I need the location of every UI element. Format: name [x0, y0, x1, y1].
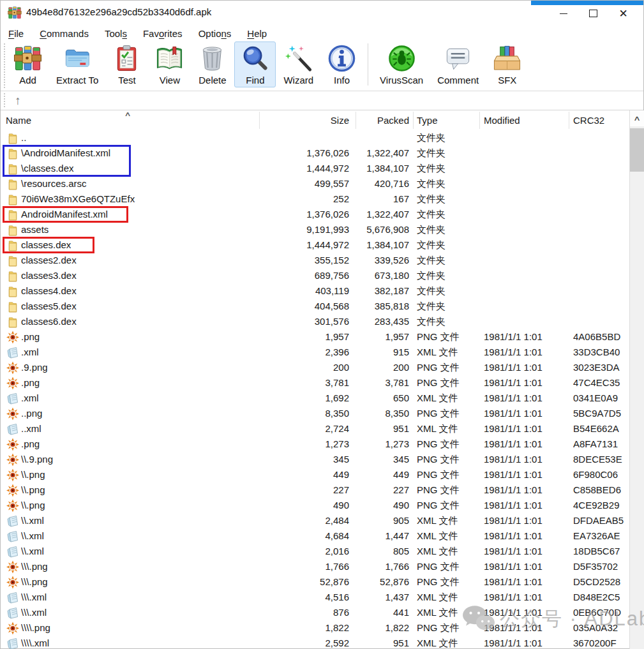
file-name-cell: \\.9.png — [21, 454, 53, 465]
column-header-modified[interactable]: Modified — [484, 115, 567, 126]
table-row[interactable]: .png3,7813,781PNG 文件1981/1/1 1:0147C4EC3… — [1, 375, 629, 391]
size-cell: 355,152 — [264, 255, 349, 265]
type-cell: PNG 文件 — [417, 622, 477, 634]
window-controls: ✕ — [548, 4, 638, 22]
crc32-cell: 0341E0A9 — [573, 392, 627, 403]
packed-cell: 490 — [356, 500, 409, 511]
minimize-button[interactable] — [548, 4, 578, 22]
up-directory-button[interactable]: ↑ — [8, 93, 27, 108]
vertical-scrollbar[interactable]: ∧ — [629, 110, 644, 649]
table-row[interactable]: \\.png227227PNG 文件1981/1/1 1:01C858BED6 — [1, 482, 629, 498]
toolbar-info-button[interactable]: Info — [321, 41, 363, 87]
column-header-type[interactable]: Type — [417, 115, 477, 126]
toolbar-virusscan-button[interactable]: VirusScan — [373, 41, 430, 87]
column-header-crc32[interactable]: CRC32 — [573, 115, 627, 126]
toolbar-test-button[interactable]: Test — [106, 41, 147, 87]
table-row[interactable]: \\\.xml4,5161,437XML 文件1981/1/1 1:01D848… — [1, 590, 629, 605]
image-file-icon — [6, 560, 19, 574]
size-cell: 403,119 — [264, 285, 349, 296]
table-row[interactable]: \AndroidManifest.xml1,376,0261,322,407文件… — [1, 145, 629, 161]
table-row[interactable]: \\\\.xml2,592951XML 文件1981/1/1 1:0136702… — [1, 636, 629, 649]
toolbar-extract-to-button[interactable]: Extract To — [50, 41, 105, 87]
crc32-cell: 47C4EC35 — [573, 377, 627, 388]
type-cell: XML 文件 — [417, 530, 477, 542]
file-name-cell: .9.png — [21, 362, 48, 373]
image-file-icon — [6, 622, 19, 635]
table-row[interactable]: ..文件夹 — [1, 130, 629, 145]
file-name-cell: .xml — [21, 347, 39, 357]
table-row[interactable]: \\.xml2,016805XML 文件1981/1/1 1:0118DB5C6… — [1, 544, 629, 559]
menu-tools[interactable]: Tools — [98, 27, 133, 40]
menu-bar: FileCommandsToolsFavoritesOptionsHelp — [2, 25, 276, 41]
toolbar-wizard-button[interactable]: Wizard — [277, 41, 320, 87]
scrollbar-thumb[interactable] — [630, 128, 644, 172]
table-row[interactable]: \\.png490490PNG 文件1981/1/1 1:014CE92B29 — [1, 498, 629, 513]
table-row[interactable]: classes3.dex689,756673,180文件夹 — [1, 268, 629, 283]
menu-options[interactable]: Options — [192, 27, 238, 40]
toolbar-find-button[interactable]: Find — [234, 41, 276, 87]
toolbar-add-button[interactable]: Add — [7, 41, 49, 87]
menu-favorites[interactable]: Favorites — [137, 27, 189, 40]
size-cell: 9,191,993 — [264, 224, 349, 235]
table-row[interactable]: \\\.png52,87652,876PNG 文件1981/1/1 1:01D5… — [1, 574, 629, 590]
column-divider[interactable] — [479, 112, 480, 129]
table-row[interactable]: \\\.xml876441XML 文件1981/1/1 1:010EB6C70D — [1, 605, 629, 620]
close-button[interactable]: ✕ — [608, 4, 638, 22]
table-row[interactable]: ..xml2,724951XML 文件1981/1/1 1:01B54E662A — [1, 421, 629, 436]
column-divider[interactable] — [356, 112, 356, 129]
table-row[interactable]: assets9,191,9935,676,908文件夹 — [1, 222, 629, 237]
modified-cell: 1981/1/1 1:01 — [484, 392, 567, 403]
menu-commands[interactable]: Commands — [33, 27, 95, 40]
table-row[interactable]: classes.dex1,444,9721,384,107文件夹 — [1, 237, 629, 253]
table-row[interactable]: .png1,9571,957PNG 文件1981/1/1 1:014A06B5B… — [1, 329, 629, 345]
menu-file[interactable]: File — [2, 27, 30, 40]
scrollbar-up-button[interactable]: ∧ — [630, 110, 644, 126]
table-row[interactable]: \\.9.png345345PNG 文件1981/1/1 1:018DECE53… — [1, 452, 629, 467]
table-row[interactable]: classes4.dex403,119382,187文件夹 — [1, 283, 629, 299]
table-row[interactable]: ..png8,3508,350PNG 文件1981/1/1 1:015BC9A7… — [1, 406, 629, 421]
menu-help[interactable]: Help — [241, 27, 273, 40]
table-row[interactable]: \\.xml2,484905XML 文件1981/1/1 1:01DFDAEAB… — [1, 513, 629, 528]
toolbar-view-button[interactable]: View — [149, 41, 190, 87]
file-name-cell: \resources.arsc — [21, 178, 87, 189]
table-row[interactable]: .png1,2731,273PNG 文件1981/1/1 1:01A8FA713… — [1, 436, 629, 452]
table-row[interactable]: \\\.png1,7661,766PNG 文件1981/1/1 1:01D5F3… — [1, 559, 629, 574]
table-row[interactable]: \classes.dex1,444,9721,384,107文件夹 — [1, 161, 629, 176]
table-row[interactable]: \\.png449449PNG 文件1981/1/1 1:016F980C06 — [1, 467, 629, 482]
column-divider[interactable] — [259, 112, 260, 129]
type-cell: 文件夹 — [417, 193, 477, 205]
column-divider[interactable] — [569, 112, 569, 129]
column-header-packed[interactable]: Packed — [356, 115, 426, 126]
table-row[interactable]: \resources.arsc499,557420,716文件夹 — [1, 176, 629, 191]
folder-icon — [6, 269, 19, 283]
maximize-button[interactable] — [578, 4, 608, 22]
table-row[interactable]: classes2.dex355,152339,526文件夹 — [1, 253, 629, 268]
winrar-app-icon — [8, 6, 22, 20]
table-row[interactable]: classes5.dex404,568385,818文件夹 — [1, 299, 629, 314]
file-name-cell: classes5.dex — [21, 301, 77, 311]
archive-add-icon — [13, 44, 42, 73]
table-row[interactable]: .xml1,692650XML 文件1981/1/1 1:010341E0A9 — [1, 391, 629, 406]
table-row[interactable]: AndroidManifest.xml1,376,0261,322,407文件夹 — [1, 207, 629, 222]
toolbar-gripper[interactable] — [4, 43, 5, 88]
sort-ascending-icon[interactable]: ∧ — [124, 110, 131, 118]
toolbar-comment-button[interactable]: Comment — [431, 41, 485, 87]
toolbar-sfx-button[interactable]: SFX — [486, 41, 528, 87]
crc32-cell: DFDAEAB5 — [573, 515, 627, 526]
column-header-name[interactable]: Name — [6, 115, 31, 126]
size-cell: 1,444,972 — [264, 163, 349, 174]
table-row[interactable]: \\.xml4,6841,447XML 文件1981/1/1 1:01EA732… — [1, 528, 629, 544]
column-divider[interactable] — [413, 112, 414, 129]
table-row[interactable]: .9.png200200PNG 文件1981/1/1 1:013023E3DA — [1, 360, 629, 375]
table-row[interactable]: 70i6We38mXGe6QTZuEfx252167文件夹 — [1, 191, 629, 207]
type-cell: PNG 文件 — [417, 331, 477, 343]
column-header-size[interactable]: Size — [264, 115, 364, 126]
type-cell: PNG 文件 — [417, 484, 477, 496]
table-row[interactable]: classes6.dex301,576283,435文件夹 — [1, 314, 629, 329]
table-row[interactable]: \\\\.png1,8221,822PNG 文件1981/1/1 1:01035… — [1, 620, 629, 636]
table-header: NameSizePackedTypeModifiedCRC32 — [1, 110, 629, 130]
toolbar-delete-button[interactable]: Delete — [191, 41, 233, 87]
size-cell: 1,376,026 — [264, 147, 349, 158]
table-row[interactable]: .xml2,396915XML 文件1981/1/1 1:0133D3CB40 — [1, 345, 629, 360]
file-name-cell: AndroidManifest.xml — [21, 209, 108, 220]
